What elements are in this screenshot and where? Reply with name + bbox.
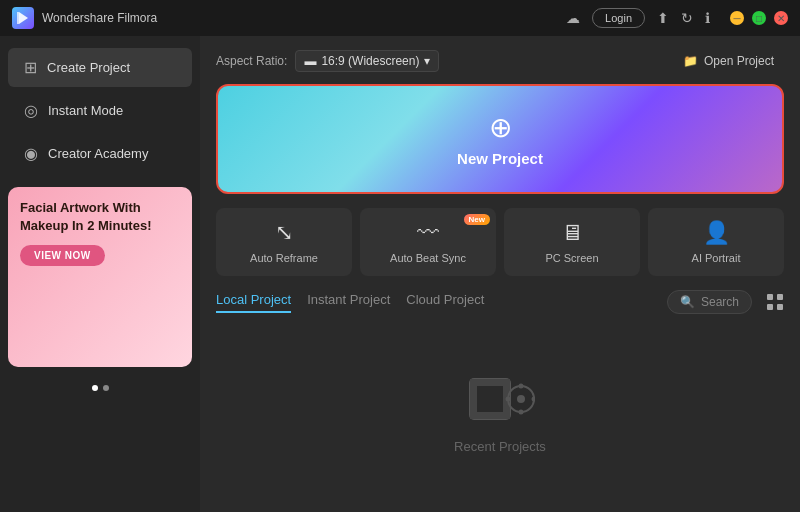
dot-1[interactable] — [92, 385, 98, 391]
auto-beat-sync-label: Auto Beat Sync — [390, 252, 466, 264]
feature-auto-beat-sync[interactable]: New 〰 Auto Beat Sync — [360, 208, 496, 276]
sidebar-label-create-project: Create Project — [47, 60, 130, 75]
aspect-ratio-label: Aspect Ratio: — [216, 54, 287, 68]
svg-rect-10 — [470, 412, 510, 419]
open-project-label: Open Project — [704, 54, 774, 68]
screen-icon: ▬ — [304, 54, 316, 68]
pc-screen-icon: 🖥 — [561, 220, 583, 246]
titlebar-right: ☁ Login ⬆ ↻ ℹ ─ □ ✕ — [566, 8, 788, 28]
ai-portrait-label: AI Portrait — [692, 252, 741, 264]
app-title: Wondershare Filmora — [42, 11, 157, 25]
create-project-icon: ⊞ — [24, 58, 37, 77]
feature-grid: ⤡ Auto Reframe New 〰 Auto Beat Sync 🖥 PC… — [216, 208, 784, 276]
ai-portrait-icon: 👤 — [703, 220, 730, 246]
close-button[interactable]: ✕ — [774, 11, 788, 25]
feature-auto-reframe[interactable]: ⤡ Auto Reframe — [216, 208, 352, 276]
aspect-ratio-value: 16:9 (Widescreen) — [321, 54, 419, 68]
film-reel-icon — [465, 369, 535, 429]
search-placeholder: Search — [701, 295, 739, 309]
ad-content: Facial Artwork With Makeup In 2 Minutes!… — [8, 187, 192, 278]
cloud-icon[interactable]: ☁ — [566, 10, 580, 26]
svg-point-12 — [517, 395, 525, 403]
new-badge: New — [464, 214, 490, 225]
sidebar-item-instant-mode[interactable]: ◎ Instant Mode — [8, 91, 192, 130]
app-logo — [12, 7, 34, 29]
creator-academy-icon: ◉ — [24, 144, 38, 163]
instant-mode-icon: ◎ — [24, 101, 38, 120]
aspect-ratio-control: Aspect Ratio: ▬ 16:9 (Widescreen) ▾ — [216, 50, 439, 72]
sidebar-label-creator-academy: Creator Academy — [48, 146, 148, 161]
tab-cloud-project[interactable]: Cloud Project — [406, 292, 484, 313]
sidebar-label-instant-mode: Instant Mode — [48, 103, 123, 118]
main-layout: ⊞ Create Project ◎ Instant Mode ◉ Creato… — [0, 36, 800, 512]
tabs-left: Local Project Instant Project Cloud Proj… — [216, 292, 484, 313]
sidebar-item-create-project[interactable]: ⊞ Create Project — [8, 48, 192, 87]
svg-rect-5 — [777, 304, 783, 310]
svg-marker-0 — [19, 12, 28, 24]
minimize-button[interactable]: ─ — [730, 11, 744, 25]
auto-reframe-label: Auto Reframe — [250, 252, 318, 264]
new-project-label: New Project — [457, 150, 543, 167]
search-box[interactable]: 🔍 Search — [667, 290, 752, 314]
content-area: Aspect Ratio: ▬ 16:9 (Widescreen) ▾ 📁 Op… — [200, 36, 800, 512]
sidebar-item-creator-academy[interactable]: ◉ Creator Academy — [8, 134, 192, 173]
svg-rect-2 — [767, 294, 773, 300]
svg-rect-1 — [17, 12, 19, 24]
window-controls: ─ □ ✕ — [730, 11, 788, 25]
svg-point-14 — [519, 409, 524, 414]
view-toggle-button[interactable] — [766, 293, 784, 311]
search-icon: 🔍 — [680, 295, 695, 309]
feature-ai-portrait[interactable]: 👤 AI Portrait — [648, 208, 784, 276]
login-button[interactable]: Login — [592, 8, 645, 28]
info-icon[interactable]: ℹ — [705, 10, 710, 26]
svg-rect-9 — [470, 379, 510, 386]
dropdown-chevron-icon: ▾ — [424, 54, 430, 68]
open-project-button[interactable]: 📁 Open Project — [673, 50, 784, 72]
ad-carousel-dots — [0, 379, 200, 397]
svg-rect-3 — [777, 294, 783, 300]
titlebar-left: Wondershare Filmora — [12, 7, 157, 29]
svg-point-16 — [532, 396, 536, 401]
ad-cta-button[interactable]: VIEW NOW — [20, 245, 105, 266]
dot-2[interactable] — [103, 385, 109, 391]
tab-instant-project[interactable]: Instant Project — [307, 292, 390, 313]
maximize-button[interactable]: □ — [752, 11, 766, 25]
aspect-ratio-dropdown[interactable]: ▬ 16:9 (Widescreen) ▾ — [295, 50, 439, 72]
refresh-icon[interactable]: ↻ — [681, 10, 693, 26]
new-project-button[interactable]: ⊕ New Project — [216, 84, 784, 194]
auto-reframe-icon: ⤡ — [275, 220, 293, 246]
tab-local-project[interactable]: Local Project — [216, 292, 291, 313]
svg-point-13 — [519, 383, 524, 388]
svg-point-15 — [506, 396, 511, 401]
content-topbar: Aspect Ratio: ▬ 16:9 (Widescreen) ▾ 📁 Op… — [216, 50, 784, 72]
recent-projects-label: Recent Projects — [454, 439, 546, 454]
empty-state: Recent Projects — [216, 324, 784, 498]
titlebar: Wondershare Filmora ☁ Login ⬆ ↻ ℹ ─ □ ✕ — [0, 0, 800, 36]
upload-icon[interactable]: ⬆ — [657, 10, 669, 26]
feature-pc-screen[interactable]: 🖥 PC Screen — [504, 208, 640, 276]
ad-banner: Facial Artwork With Makeup In 2 Minutes!… — [8, 187, 192, 367]
folder-icon: 📁 — [683, 54, 698, 68]
sidebar: ⊞ Create Project ◎ Instant Mode ◉ Creato… — [0, 36, 200, 512]
pc-screen-label: PC Screen — [545, 252, 598, 264]
project-tabs: Local Project Instant Project Cloud Proj… — [216, 290, 784, 314]
auto-beat-sync-icon: 〰 — [417, 220, 439, 246]
new-project-plus-icon: ⊕ — [489, 111, 512, 144]
ad-title: Facial Artwork With Makeup In 2 Minutes! — [20, 199, 180, 235]
svg-rect-4 — [767, 304, 773, 310]
